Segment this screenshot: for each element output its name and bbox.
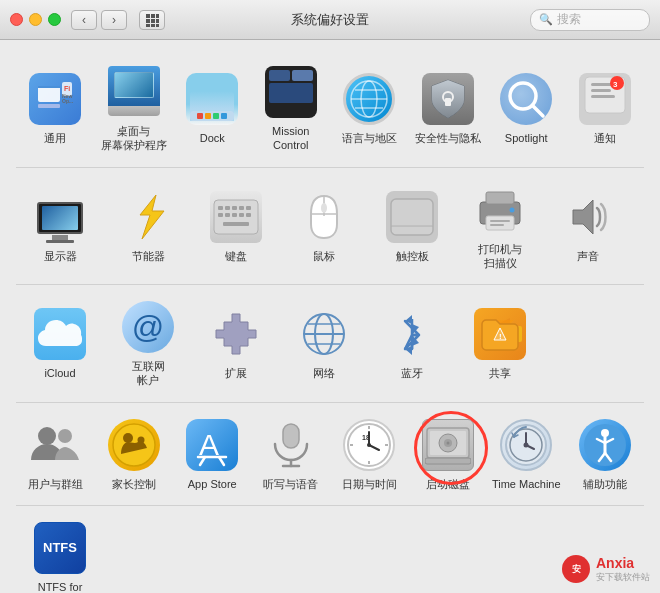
pref-label-dock: Dock (200, 131, 225, 145)
pref-label-internet: 互联网帐户 (132, 359, 165, 388)
svg-point-77 (367, 443, 371, 447)
pref-label-desktop: 桌面与屏幕保护程序 (101, 124, 167, 153)
svg-rect-38 (225, 213, 230, 217)
pref-item-datetime[interactable]: 18 日期与时间 (330, 411, 409, 497)
row-1: Fi New Op... 通用 桌面与屏幕保护程序 (16, 50, 644, 168)
svg-rect-42 (223, 222, 249, 226)
svg-rect-36 (246, 206, 251, 210)
pref-item-mouse[interactable]: 鼠标 (280, 183, 368, 269)
pref-label-notify: 通知 (594, 131, 616, 145)
pref-label-accessibility: 辅助功能 (583, 477, 627, 491)
pref-label-trackpad: 触控板 (396, 249, 429, 263)
pref-label-security: 安全性与隐私 (415, 131, 481, 145)
svg-point-92 (524, 442, 529, 447)
nav-buttons: ‹ › (71, 10, 127, 30)
pref-item-bluetooth[interactable]: 蓝牙 (368, 300, 456, 386)
pref-item-share[interactable]: ! 共享 (456, 300, 544, 386)
pref-item-icloud[interactable]: iCloud (16, 300, 104, 386)
svg-point-87 (446, 441, 449, 444)
svg-rect-1 (151, 14, 155, 18)
svg-point-53 (510, 207, 515, 212)
pref-label-share: 共享 (489, 366, 511, 380)
pref-label-keyboard: 键盘 (225, 249, 247, 263)
svg-rect-70 (283, 424, 299, 448)
pref-item-display[interactable]: 显示器 (16, 183, 104, 269)
svg-rect-2 (156, 14, 159, 18)
pref-label-mission: MissionControl (272, 124, 309, 153)
pref-label-users: 用户与群组 (28, 477, 83, 491)
svg-point-64 (123, 433, 133, 443)
svg-point-45 (321, 203, 327, 213)
pref-item-printer[interactable]: 打印机与扫描仪 (456, 176, 544, 277)
pref-label-general: 通用 (44, 131, 66, 145)
pref-label-appstore: App Store (188, 477, 237, 491)
svg-rect-32 (218, 206, 223, 210)
pref-item-extensions[interactable]: 扩展 (192, 300, 280, 386)
svg-rect-4 (151, 19, 155, 23)
search-placeholder: 搜索 (557, 11, 581, 28)
pref-item-sound[interactable]: 声音 (544, 183, 632, 269)
pref-label-extensions: 扩展 (225, 366, 247, 380)
svg-rect-8 (156, 24, 159, 27)
watermark-dot: 安 (562, 555, 590, 583)
search-box[interactable]: 🔍 搜索 (530, 9, 650, 31)
svg-rect-22 (445, 98, 451, 106)
pref-item-accessibility[interactable]: 辅助功能 (566, 411, 645, 497)
pref-item-general[interactable]: Fi New Op... 通用 (16, 65, 95, 151)
svg-rect-5 (156, 19, 159, 23)
maximize-button[interactable] (48, 13, 61, 26)
svg-rect-9 (38, 86, 60, 102)
pref-label-icloud: iCloud (44, 366, 75, 380)
pref-item-timemachine[interactable]: Time Machine (487, 411, 566, 497)
pref-label-datetime: 日期与时间 (342, 477, 397, 491)
pref-item-trackpad[interactable]: 触控板 (368, 183, 456, 269)
svg-rect-84 (425, 458, 471, 464)
pref-item-notify[interactable]: 3 通知 (566, 65, 645, 151)
svg-rect-50 (486, 216, 514, 230)
svg-rect-39 (232, 213, 237, 217)
pref-item-appstore[interactable]: A App Store (173, 411, 252, 497)
pref-label-printer: 打印机与扫描仪 (478, 242, 522, 271)
svg-rect-27 (591, 89, 611, 92)
pref-label-network: 网络 (313, 366, 335, 380)
pref-item-users[interactable]: 用户与群组 (16, 411, 95, 497)
pref-item-desktop[interactable]: 桌面与屏幕保护程序 (95, 58, 174, 159)
pref-label-display: 显示器 (44, 249, 77, 263)
pref-label-startup: 启动磁盘 (426, 477, 470, 491)
pref-label-bluetooth: 蓝牙 (401, 366, 423, 380)
pref-item-security[interactable]: 安全性与隐私 (409, 65, 488, 151)
pref-item-parental[interactable]: 家长控制 (95, 411, 174, 497)
svg-point-62 (58, 429, 72, 443)
row-4: 用户与群组 家长控制 A (16, 403, 644, 506)
svg-rect-6 (146, 24, 150, 27)
pref-item-ntfs[interactable]: NTFS NTFS forMac OS X (16, 514, 104, 593)
search-icon: 🔍 (539, 13, 553, 26)
watermark-text-container: Anxia 安下载软件站 (596, 555, 650, 583)
close-button[interactable] (10, 13, 23, 26)
pref-item-dictation[interactable]: 听写与语音 (252, 411, 331, 497)
pref-item-dock[interactable]: Dock (173, 65, 252, 151)
pref-item-network[interactable]: 网络 (280, 300, 368, 386)
svg-rect-35 (239, 206, 244, 210)
svg-rect-10 (38, 104, 60, 108)
svg-text:Fi: Fi (64, 85, 70, 92)
pref-item-mission[interactable]: MissionControl (252, 58, 331, 159)
main-content: Fi New Op... 通用 桌面与屏幕保护程序 (0, 40, 660, 593)
pref-item-internet[interactable]: @ 互联网帐户 (104, 293, 192, 394)
svg-rect-3 (146, 19, 150, 23)
back-button[interactable]: ‹ (71, 10, 97, 30)
svg-rect-40 (239, 213, 244, 217)
pref-item-energy[interactable]: 节能器 (104, 183, 192, 269)
pref-item-spotlight[interactable]: Spotlight (487, 65, 566, 151)
svg-rect-28 (591, 95, 615, 98)
pref-item-startup[interactable]: 启动磁盘 (409, 411, 488, 497)
pref-label-dictation: 听写与语音 (263, 477, 318, 491)
grid-view-button[interactable] (139, 10, 165, 30)
row-2: 显示器 节能器 (16, 168, 644, 286)
svg-rect-41 (246, 213, 251, 217)
pref-item-keyboard[interactable]: 键盘 (192, 183, 280, 269)
svg-rect-33 (225, 206, 230, 210)
pref-item-language[interactable]: 语言与地区 (330, 65, 409, 151)
forward-button[interactable]: › (101, 10, 127, 30)
minimize-button[interactable] (29, 13, 42, 26)
